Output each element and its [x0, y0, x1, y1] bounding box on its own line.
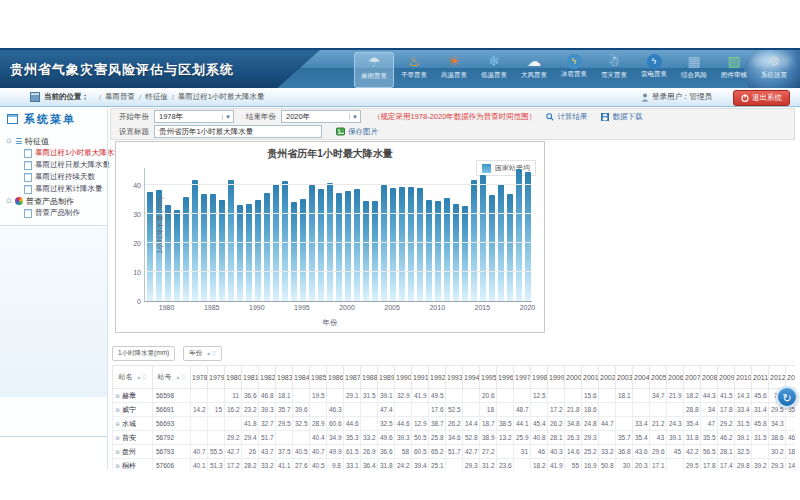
sort-asc-icon[interactable]: ▲ — [137, 374, 142, 380]
value-cell-1980: 17.2 — [225, 459, 242, 471]
column-header-year-1988[interactable]: 1988 — [361, 366, 378, 389]
chart-title-input[interactable]: 贵州省历年1小时最大降水量 — [154, 125, 322, 138]
column-header-year-2006[interactable]: 2006 — [667, 366, 684, 389]
row-expand-icon[interactable]: ⊕ — [115, 421, 120, 427]
column-header-year-1996[interactable]: 1996 — [497, 366, 514, 389]
breadcrumb-part[interactable]: 暴雨过程1小时最大降水量 — [178, 92, 265, 102]
x-axis-ticks: 198019851990199520002005201020152020 — [144, 304, 532, 314]
station-name-cell: ⊕盘州 — [113, 445, 153, 459]
collapse-toggle-icon[interactable]: ⊙ — [6, 197, 12, 205]
toolbar-item-wind[interactable]: ☁大风普查 — [514, 52, 554, 88]
column-header-year-2004[interactable]: 2004 — [633, 366, 650, 389]
column-header-year-1981[interactable]: 1981 — [242, 366, 259, 389]
sort-desc-icon[interactable]: ▽ — [212, 350, 216, 356]
column-header-year-2011[interactable]: 2011 — [752, 366, 769, 389]
value-cell-1990: 24.2 — [395, 459, 412, 471]
column-header-year-1999[interactable]: 1999 — [548, 366, 565, 389]
column-header-year-2003[interactable]: 2003 — [616, 366, 633, 389]
sort-asc-icon[interactable]: ▲ — [206, 350, 211, 356]
column-header-year-2007[interactable]: 2007 — [684, 366, 701, 389]
toolbar-item-rain[interactable]: ☂暴雨普查 — [354, 52, 394, 88]
column-header-year-1986[interactable]: 1986 — [327, 366, 344, 389]
row-expand-icon[interactable]: ⊕ — [115, 449, 120, 455]
value-cell-1995: 38.9 — [480, 431, 497, 445]
toolbar-item-lightning[interactable]: ϟ雷电普查 — [634, 52, 674, 88]
value-cell-1978 — [191, 417, 208, 431]
row-expand-icon[interactable]: ⊕ — [115, 407, 120, 413]
calc-result-button[interactable]: 计算结果 — [546, 112, 587, 122]
toolbar-item-hail[interactable]: ϟ冰雹普查 — [554, 52, 594, 88]
column-header-station-id[interactable]: 站号▲▽ — [153, 366, 191, 389]
column-header-year-2000[interactable]: 2000 — [565, 366, 582, 389]
column-header-year-1997[interactable]: 1997 — [514, 366, 531, 389]
breadcrumb-part[interactable]: 特征值 — [145, 92, 168, 102]
column-header-year-1992[interactable]: 1992 — [429, 366, 446, 389]
column-header-year-2009[interactable]: 2009 — [718, 366, 735, 389]
value-cell-2006 — [667, 403, 684, 417]
column-header-year-2001[interactable]: 2001 — [582, 366, 599, 389]
column-header-year-1984[interactable]: 1984 — [293, 366, 310, 389]
sort-desc-icon[interactable]: ▽ — [143, 374, 147, 380]
user-icon — [641, 93, 649, 102]
sort-asc-icon[interactable]: ▲ — [176, 374, 181, 380]
column-header-year-1980[interactable]: 1980 — [225, 366, 242, 389]
sort-desc-icon[interactable]: ▽ — [182, 374, 186, 380]
column-header-year-1989[interactable]: 1989 — [378, 366, 395, 389]
sidebar-group-普查产品制作[interactable]: ⊙普查产品制作 — [0, 195, 107, 207]
bar-slot-1978 — [145, 168, 154, 301]
value-cell-1999 — [548, 389, 565, 403]
table-header-row: 站名▲▽站号▲▽19781979198019811982198319841985… — [113, 366, 796, 389]
column-header-year-1990[interactable]: 1990 — [395, 366, 412, 389]
toolbar-item-high-temp[interactable]: ☀高温普查 — [434, 52, 474, 88]
sidebar-item-普查产品制作[interactable]: 普查产品制作 — [0, 207, 107, 219]
row-expand-icon[interactable]: ⊕ — [115, 463, 120, 469]
value-cell-2012: 34.3 — [769, 417, 786, 431]
metric-selector[interactable]: 1小时降水量(mm) — [112, 346, 175, 361]
column-header-station-name[interactable]: 站名▲▽ — [113, 366, 153, 389]
toolbar-item-snow[interactable]: ☃雪灾普查 — [594, 52, 634, 88]
toolbar-item-settings[interactable]: ☸系统设置 — [754, 52, 794, 88]
collapse-toggle-icon[interactable]: ⊙ — [6, 137, 12, 145]
toolbar-item-calculator[interactable]: ▦综合风险 — [674, 52, 714, 88]
toolbar-item-low-temp[interactable]: ❄低温普查 — [474, 52, 514, 88]
bar-slot-2016 — [487, 168, 496, 301]
toolbar-item-drought[interactable]: ♨干旱普查 — [394, 52, 434, 88]
sidebar-item-暴雨过程持续天数[interactable]: 暴雨过程持续天数 — [0, 171, 107, 183]
save-image-button[interactable]: 保存图片 — [336, 127, 378, 137]
column-header-year-2010[interactable]: 2010 — [735, 366, 752, 389]
sidebar-item-暴雨过程日最大降水量[interactable]: 暴雨过程日最大降水量 — [0, 159, 107, 171]
data-download-button[interactable]: 数据下载 — [601, 112, 642, 122]
column-header-year-2002[interactable]: 2002 — [599, 366, 616, 389]
bar-slot-2006 — [397, 168, 406, 301]
sidebar-group-特征值[interactable]: ⊙☰特征值 — [0, 135, 107, 147]
toolbar-item-map[interactable]: ▨图件审核 — [714, 52, 754, 88]
column-header-year-1995[interactable]: 1995 — [480, 366, 497, 389]
column-header-year-1991[interactable]: 1991 — [412, 366, 429, 389]
column-header-year-1998[interactable]: 1998 — [531, 366, 548, 389]
column-header-year-2005[interactable]: 2005 — [650, 366, 667, 389]
column-header-year-1982[interactable]: 1982 — [259, 366, 276, 389]
column-header-year-2012[interactable]: 2012 — [769, 366, 786, 389]
column-header-year-1978[interactable]: 1978 — [191, 366, 208, 389]
column-header-year-2008[interactable]: 2008 — [701, 366, 718, 389]
logout-button[interactable]: 退出系统 — [733, 90, 790, 106]
column-header-year-1987[interactable]: 1987 — [344, 366, 361, 389]
column-header-year-1983[interactable]: 1983 — [276, 366, 293, 389]
row-expand-icon[interactable]: ⊕ — [115, 435, 120, 441]
toolbar-item-label: 雪灾普查 — [601, 71, 627, 80]
sidebar-item-暴雨过程1小时最大降水量[interactable]: 暴雨过程1小时最大降水量 — [0, 147, 107, 159]
column-header-year-1993[interactable]: 1993 — [446, 366, 463, 389]
column-header-year-1985[interactable]: 1985 — [310, 366, 327, 389]
floating-refresh-button[interactable]: ↻ — [776, 386, 798, 408]
end-year-select[interactable]: 2020年 ▼ — [281, 110, 361, 123]
breadcrumb-part[interactable]: 暴雨普查 — [105, 92, 135, 102]
column-header-year-1994[interactable]: 1994 — [463, 366, 480, 389]
row-expand-icon[interactable]: ⊕ — [115, 393, 120, 399]
start-year-select[interactable]: 1978年 ▼ — [154, 110, 234, 123]
sidebar-item-暴雨过程累计降水量[interactable]: 暴雨过程累计降水量 — [0, 183, 107, 195]
column-header-year-1979[interactable]: 1979 — [208, 366, 225, 389]
bar-2014 — [471, 180, 477, 301]
bar-1997 — [318, 189, 324, 301]
value-cell-1998: 18.2 — [531, 459, 548, 471]
year-sort-control[interactable]: 年份 ▲ ▽ — [183, 346, 222, 361]
